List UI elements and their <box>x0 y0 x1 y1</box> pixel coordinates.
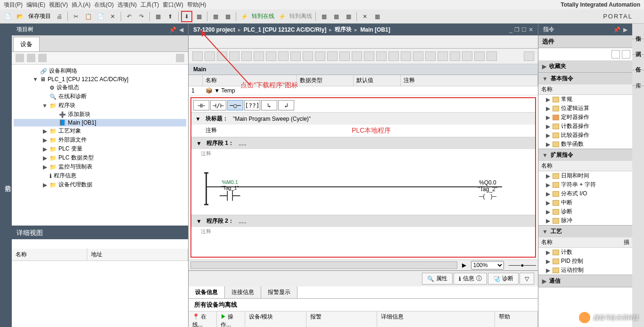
go-offline-icon[interactable]: ⚡ <box>276 11 288 22</box>
toolbar-icon-3[interactable]: ▦ <box>222 11 233 22</box>
tree-online-diag[interactable]: 🔍在线和诊断 <box>14 92 186 101</box>
tree-program-info[interactable]: ℹ程序信息 <box>14 171 186 180</box>
menu-window[interactable]: 窗口(W) <box>163 1 183 9</box>
side-tab-lib[interactable]: 库 <box>632 70 644 86</box>
pin-icon[interactable]: 📌 <box>169 26 176 33</box>
tree-toolbar-icon-4[interactable] <box>176 54 184 62</box>
inst-compare[interactable]: ▶比较器操作 <box>538 131 632 140</box>
crumb-plc[interactable]: PLC_1 [CPU 1212C AC/DC/Rly] <box>244 26 327 33</box>
go-online-label[interactable]: 转到在线 <box>251 12 275 20</box>
inst-toolbar-icon[interactable] <box>611 50 620 59</box>
network2-collapse-icon[interactable]: ▼ <box>196 218 202 225</box>
var-row-temp[interactable]: 📦 ▼ Temp <box>203 86 238 95</box>
tree-device-config[interactable]: ⚙设备组态 <box>14 83 186 92</box>
new-project-icon[interactable]: 📄 <box>2 11 13 22</box>
toolbar-icon-8[interactable]: ▦ <box>372 11 383 22</box>
editor-icon[interactable] <box>278 51 289 61</box>
toolbar-icon-6[interactable]: ▦ <box>343 11 354 22</box>
ladder-box-icon[interactable]: [??] <box>244 100 260 110</box>
network1-collapse-icon[interactable]: ▼ <box>196 140 202 147</box>
menu-online[interactable]: 在线(O) <box>94 1 114 9</box>
side-tab-task[interactable]: 任务 <box>632 55 644 70</box>
tree-plc1[interactable]: ▼🖥PLC_1 [CPU 1212C AC/DC/Rly] <box>14 75 186 83</box>
editor-icon[interactable] <box>474 51 485 61</box>
editor-icon[interactable] <box>524 51 534 61</box>
menu-project[interactable]: 项目(P) <box>4 1 23 9</box>
favorites-header[interactable]: ▶收藏夹 <box>538 60 632 72</box>
zoom-select[interactable]: 100% <box>471 261 504 269</box>
menu-tools[interactable]: 工具(T) <box>140 1 159 9</box>
editor-icon[interactable] <box>364 51 374 61</box>
device-tab[interactable]: 设备 <box>13 37 40 51</box>
editor-icon[interactable] <box>192 51 203 61</box>
comm-header[interactable]: ▶通信 <box>538 275 632 287</box>
toolbar-icon-2[interactable]: ▦ <box>210 11 221 22</box>
ladder-no-contact-icon[interactable]: ⊣⊢ <box>193 100 209 110</box>
open-project-icon[interactable]: 📂 <box>14 11 25 22</box>
scroll-right-icon[interactable]: ▶ <box>462 262 466 268</box>
editor-icon[interactable] <box>376 51 387 61</box>
editor-icon[interactable] <box>401 51 411 61</box>
inst-motion[interactable]: ▶运动控制 <box>538 266 632 275</box>
editor-icon[interactable] <box>327 51 338 61</box>
copy-icon[interactable]: 📋 <box>83 11 94 22</box>
tree-device-proxy[interactable]: ▶📁设备代理数据 <box>14 180 186 189</box>
compile-icon[interactable]: ▦ <box>152 11 164 22</box>
editor-icon[interactable] <box>290 51 301 61</box>
contact-symbol[interactable]: ─┤├─ <box>220 191 240 201</box>
window-min-icon[interactable]: _ <box>509 26 512 33</box>
inst-math[interactable]: ▶数学函数 <box>538 140 632 149</box>
inst-datetime[interactable]: ▶日期和时间 <box>538 171 632 180</box>
tab-diagnostics[interactable]: 🩺诊断 <box>488 273 519 285</box>
inst-general[interactable]: ▶常规 <box>538 95 632 104</box>
upload-icon[interactable]: ⬆ <box>165 11 176 22</box>
tree-devices-networks[interactable]: 🔗设备和网络 <box>14 67 186 75</box>
editor-icon[interactable] <box>229 51 239 61</box>
tree-plc-vars[interactable]: ▶📁PLC 变量 <box>14 144 186 153</box>
ladder-nc-contact-icon[interactable]: ⊣/⊢ <box>210 100 226 110</box>
editor-icon[interactable] <box>266 51 276 61</box>
subtab-conn-info[interactable]: 连接信息 <box>225 286 261 298</box>
menu-view[interactable]: 视图(V) <box>49 1 68 9</box>
window-close-icon[interactable]: ✕ <box>528 26 533 33</box>
crumb-blocks[interactable]: 程序块 <box>335 25 352 34</box>
editor-icon[interactable] <box>241 51 252 61</box>
editor-icon[interactable] <box>303 51 313 61</box>
editor-icon[interactable] <box>388 51 399 61</box>
tree-plc-datatypes[interactable]: ▶📁PLC 数据类型 <box>14 153 186 162</box>
editor-icon[interactable] <box>339 51 350 61</box>
crumb-main[interactable]: Main [OB1] <box>360 26 390 33</box>
inst-pid[interactable]: ▶PID 控制 <box>538 257 632 266</box>
tree-toolbar-icon-3[interactable] <box>38 54 47 62</box>
editor-icon[interactable] <box>487 51 497 61</box>
toolbar-icon-1[interactable]: ▦ <box>193 11 205 22</box>
tech-header[interactable]: ▼工艺 <box>538 226 632 237</box>
tree-toolbar-icon-2[interactable] <box>27 54 35 62</box>
basic-instructions-header[interactable]: ▼基本指令 <box>538 73 632 84</box>
paste-icon[interactable]: 📄 <box>95 11 106 22</box>
tab-info[interactable]: ℹ信息 ⓘ <box>454 273 487 285</box>
cut-icon[interactable]: ✂ <box>70 11 82 22</box>
ladder-network1[interactable]: %M0.1 "Tag_1" ─┤├─ %Q0.0 "Tag_2" ─( )─ <box>201 163 526 210</box>
menu-help[interactable]: 帮助(H) <box>187 1 206 9</box>
collapse-icon[interactable]: ▶ <box>623 26 627 33</box>
inst-string[interactable]: ▶字符串 + 字符 <box>538 180 632 189</box>
toolbar-icon-4[interactable]: ▦ <box>318 11 330 22</box>
editor-icon[interactable] <box>352 51 362 61</box>
pin-icon[interactable]: 📌 <box>613 26 620 33</box>
tree-external-sources[interactable]: ▶📁外部源文件 <box>14 135 186 144</box>
tree-toolbar-icon-1[interactable] <box>16 54 24 62</box>
undo-icon[interactable]: ↶ <box>124 11 135 22</box>
inst-toolbar-icon[interactable] <box>622 50 630 59</box>
save-project-button[interactable]: 保存项目 <box>26 12 53 20</box>
collapse-icon[interactable]: ◀ <box>179 26 183 33</box>
options-header[interactable]: 选件 <box>538 35 632 48</box>
editor-icon[interactable] <box>450 51 460 61</box>
print-icon[interactable]: 🖨 <box>54 11 65 22</box>
side-tab-test[interactable]: 测试 <box>632 39 644 55</box>
delete-icon[interactable]: ✕ <box>107 11 118 22</box>
inst-count[interactable]: ▶计数 <box>538 248 632 257</box>
editor-icon[interactable] <box>205 51 215 61</box>
editor-icon[interactable] <box>438 51 448 61</box>
menu-insert[interactable]: 插入(A) <box>72 1 91 9</box>
